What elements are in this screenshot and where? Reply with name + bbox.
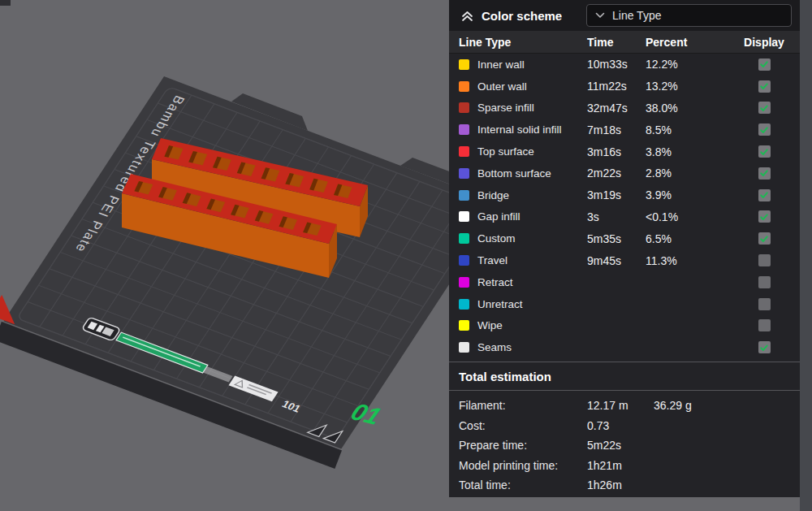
- line-type-label: Seams: [477, 341, 512, 353]
- line-type-label: Travel: [477, 254, 508, 266]
- estimation-value: 5m22s: [587, 439, 654, 452]
- legend-row: Custom5m35s6.5%: [449, 227, 800, 249]
- dropdown-selected-value: Line Type: [612, 9, 661, 22]
- line-type-color-swatch: [459, 168, 469, 179]
- estimation-rows: Filament:12.17 m36.29 gCost:0.73Prepare …: [449, 391, 800, 495]
- display-checkbox[interactable]: [758, 254, 771, 266]
- line-type-percent: 3.9%: [646, 188, 735, 201]
- check-icon: [759, 147, 769, 157]
- estimation-label: Prepare time:: [459, 439, 587, 452]
- display-checkbox[interactable]: [758, 298, 771, 310]
- line-type-time: 11m22s: [587, 80, 646, 93]
- display-checkbox[interactable]: [758, 167, 771, 180]
- check-icon: [759, 168, 769, 178]
- line-type-time: 3s: [587, 210, 646, 223]
- display-checkbox[interactable]: [758, 210, 771, 223]
- check-icon: [759, 103, 769, 113]
- line-type-label: Bottom surface: [477, 167, 551, 180]
- legend-row: Internal solid infill7m18s8.5%: [449, 119, 800, 141]
- line-type-color-swatch: [459, 211, 469, 222]
- line-type-label: Top surface: [477, 145, 534, 158]
- line-type-color-swatch: [459, 277, 469, 288]
- display-checkbox[interactable]: [758, 341, 771, 353]
- check-icon: [759, 234, 769, 244]
- legend-row: Outer wall11m22s13.2%: [449, 76, 800, 97]
- line-type-label: Unretract: [477, 298, 523, 310]
- estimation-label: Cost:: [459, 419, 587, 432]
- line-type-label: Outer wall: [477, 80, 527, 93]
- check-icon: [759, 190, 769, 200]
- display-checkbox[interactable]: [758, 276, 771, 288]
- legend-row: Bridge3m19s3.9%: [449, 184, 800, 206]
- column-header-percent: Percent: [646, 36, 735, 49]
- slicer-preview-window: 101 Bambu Textured PEI Plate 01: [0, 0, 812, 511]
- display-checkbox[interactable]: [758, 80, 771, 93]
- line-type-time: 10m33s: [587, 58, 646, 71]
- line-type-label: Wipe: [477, 319, 503, 331]
- display-checkbox[interactable]: [758, 58, 771, 71]
- line-type-label: Sparse infill: [477, 102, 534, 114]
- line-type-label: Bridge: [477, 189, 509, 201]
- panel-title: Color scheme: [482, 9, 562, 23]
- display-checkbox[interactable]: [758, 102, 771, 114]
- line-type-color-swatch: [459, 146, 469, 157]
- chevron-double-up-icon: [460, 10, 474, 22]
- color-scheme-dropdown[interactable]: Line Type: [586, 4, 792, 27]
- check-icon: [759, 212, 769, 222]
- line-type-percent: 12.2%: [646, 58, 735, 71]
- line-type-percent: 11.3%: [646, 254, 735, 267]
- line-type-color-swatch: [459, 102, 469, 113]
- line-type-time: 7m18s: [587, 123, 646, 136]
- chevron-down-icon: [595, 12, 605, 19]
- collapse-panel-button[interactable]: [460, 10, 474, 22]
- display-checkbox[interactable]: [758, 232, 771, 245]
- line-type-percent: 2.8%: [646, 167, 735, 180]
- legend-row: Seams: [449, 336, 800, 358]
- estimation-value-2: 36.29 g: [654, 399, 800, 412]
- line-type-percent: 13.2%: [646, 80, 735, 93]
- estimation-value: 1h26m: [587, 479, 654, 492]
- legend-row: Inner wall10m33s12.2%: [449, 54, 800, 76]
- display-checkbox[interactable]: [758, 145, 771, 158]
- estimation-row: Total time:1h26m: [449, 475, 800, 495]
- line-type-color-swatch: [459, 342, 469, 353]
- legend-row: Gap infill3s<0.1%: [449, 206, 800, 228]
- display-checkbox[interactable]: [758, 189, 771, 201]
- estimation-row: Prepare time:5m22s: [449, 435, 800, 455]
- line-type-color-swatch: [459, 255, 469, 266]
- estimation-row: Filament:12.17 m36.29 g: [449, 396, 800, 415]
- line-type-percent: 8.5%: [646, 123, 735, 136]
- line-type-time: 2m22s: [587, 167, 646, 180]
- line-type-color-swatch: [459, 59, 469, 70]
- estimation-value: 1h21m: [587, 459, 654, 472]
- line-type-time: 3m19s: [587, 188, 646, 201]
- color-scheme-panel: Color scheme Line Type Line Type Time Pe…: [449, 0, 800, 497]
- legend-rows: Inner wall10m33s12.2% Outer wall11m22s13…: [449, 54, 800, 358]
- estimation-value: 12.17 m: [587, 399, 654, 412]
- line-type-percent: <0.1%: [646, 210, 735, 223]
- line-type-time: 5m35s: [587, 232, 646, 245]
- estimation-value: 0.73: [587, 419, 654, 432]
- line-type-percent: 6.5%: [646, 232, 735, 245]
- viewport-corner-chip: [0, 0, 11, 6]
- line-type-label: Retract: [477, 276, 513, 288]
- total-estimation-title: Total estimation: [449, 362, 800, 390]
- column-header-line-type: Line Type: [459, 36, 587, 49]
- check-icon: [759, 125, 769, 135]
- line-type-color-swatch: [459, 320, 469, 331]
- display-checkbox[interactable]: [758, 319, 771, 331]
- check-icon: [759, 59, 769, 69]
- estimation-row: Cost:0.73: [449, 416, 800, 435]
- line-type-color-swatch: [459, 124, 469, 135]
- estimation-label: Model printing time:: [459, 459, 587, 472]
- check-icon: [759, 81, 769, 91]
- line-type-label: Custom: [477, 232, 516, 245]
- display-checkbox[interactable]: [758, 123, 771, 136]
- line-type-label: Inner wall: [477, 58, 525, 71]
- window-edge-strip: [800, 0, 812, 511]
- line-type-color-swatch: [459, 299, 469, 310]
- legend-row: Unretract: [449, 293, 800, 315]
- line-type-time: 32m47s: [587, 102, 646, 115]
- line-type-time: 3m16s: [587, 145, 646, 158]
- legend-row: Wipe: [449, 315, 800, 337]
